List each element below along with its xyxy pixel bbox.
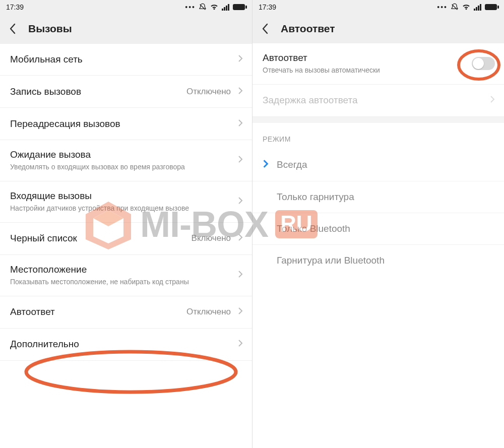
chevron-right-icon bbox=[238, 339, 243, 349]
row-call-waiting[interactable]: Ожидание вызова Уведомлять о входящих вы… bbox=[0, 140, 252, 181]
battery-icon bbox=[485, 4, 499, 11]
mode-bluetooth-only[interactable]: Только Bluetooth bbox=[253, 213, 504, 245]
row-value: Отключено bbox=[186, 87, 231, 97]
check-icon bbox=[263, 159, 271, 171]
chevron-right-icon bbox=[238, 87, 243, 97]
svg-rect-3 bbox=[228, 4, 229, 11]
row-subtitle: Отвечать на вызовы автоматически bbox=[263, 66, 468, 75]
phone-left: 17:39 Вызовы bbox=[0, 0, 252, 448]
row-value: Отключено bbox=[186, 307, 231, 317]
row-label: Черный список bbox=[10, 233, 192, 244]
back-button[interactable] bbox=[259, 22, 272, 35]
mute-icon bbox=[451, 3, 459, 11]
row-additional[interactable]: Дополнительно bbox=[0, 329, 252, 361]
app-bar: Вызовы bbox=[0, 14, 252, 43]
battery-icon bbox=[233, 4, 247, 11]
row-location[interactable]: Местоположение Показывать местоположение… bbox=[0, 255, 252, 296]
signal-icon bbox=[222, 4, 230, 11]
row-label: Дополнительно bbox=[10, 339, 238, 350]
mode-label: Только Bluetooth bbox=[277, 223, 350, 234]
row-label: Ожидание вызова bbox=[10, 149, 238, 160]
svg-rect-8 bbox=[478, 6, 479, 11]
row-mobile-network[interactable]: Мобильная сеть bbox=[0, 43, 252, 76]
row-blacklist[interactable]: Черный список Включено bbox=[0, 223, 252, 255]
svg-rect-6 bbox=[474, 9, 475, 11]
more-icon bbox=[185, 3, 196, 11]
page-title: Вызовы bbox=[28, 23, 72, 35]
chevron-right-icon bbox=[238, 307, 243, 317]
mode-headset-or-bluetooth[interactable]: Гарнитура или Bluetooth bbox=[253, 245, 504, 276]
row-label: Запись вызовов bbox=[10, 86, 186, 97]
status-icons bbox=[437, 3, 499, 11]
chevron-right-icon bbox=[238, 54, 243, 65]
status-time: 17:39 bbox=[259, 3, 276, 11]
svg-rect-2 bbox=[226, 6, 227, 11]
section-spacer bbox=[253, 117, 504, 123]
signal-icon bbox=[474, 4, 482, 11]
wifi-icon bbox=[462, 4, 471, 11]
chevron-right-icon bbox=[490, 95, 495, 105]
mode-label: Всегда bbox=[277, 159, 307, 170]
mode-label: Только гарнитура bbox=[277, 191, 354, 203]
status-bar: 17:39 bbox=[253, 0, 504, 14]
chevron-right-icon bbox=[238, 155, 243, 165]
row-auto-answer-toggle[interactable]: Автоответ Отвечать на вызовы автоматичес… bbox=[253, 43, 504, 85]
row-label: Местоположение bbox=[10, 264, 238, 275]
row-label: Автоответ bbox=[263, 52, 468, 63]
chevron-right-icon bbox=[238, 197, 243, 207]
phone-right: 17:39 Автоответ bbox=[252, 0, 504, 448]
svg-rect-0 bbox=[222, 9, 223, 11]
row-subtitle: Настройки датчиков устройства при входящ… bbox=[10, 204, 238, 213]
toggle-switch[interactable] bbox=[472, 57, 495, 70]
svg-rect-9 bbox=[480, 4, 481, 11]
row-label: Входящие вызовы bbox=[10, 190, 238, 202]
row-call-forwarding[interactable]: Переадресация вызовов bbox=[0, 108, 252, 140]
mute-icon bbox=[199, 3, 207, 11]
section-header-mode: РЕЖИМ bbox=[253, 123, 504, 149]
page-title: Автоответ bbox=[281, 23, 335, 35]
mode-label: Гарнитура или Bluetooth bbox=[277, 255, 385, 266]
status-time: 17:39 bbox=[6, 3, 24, 11]
back-button[interactable] bbox=[6, 22, 19, 35]
more-icon bbox=[437, 3, 448, 11]
settings-list: Мобильная сеть Запись вызовов Отключено … bbox=[0, 43, 252, 448]
row-incoming-calls[interactable]: Входящие вызовы Настройки датчиков устро… bbox=[0, 181, 252, 223]
status-bar: 17:39 bbox=[0, 0, 252, 14]
svg-rect-1 bbox=[224, 7, 225, 11]
row-label: Задержка автоответа bbox=[263, 95, 490, 106]
auto-answer-content: Автоответ Отвечать на вызовы автоматичес… bbox=[253, 43, 504, 448]
mode-always[interactable]: Всегда bbox=[253, 149, 504, 181]
mode-headset-only[interactable]: Только гарнитура bbox=[253, 181, 504, 213]
row-label: Автоответ bbox=[10, 306, 186, 317]
row-auto-answer[interactable]: Автоответ Отключено bbox=[0, 296, 252, 329]
chevron-right-icon bbox=[238, 119, 243, 129]
chevron-right-icon bbox=[238, 233, 243, 243]
row-call-recording[interactable]: Запись вызовов Отключено bbox=[0, 76, 252, 108]
row-subtitle: Показывать местоположение, не набирать к… bbox=[10, 277, 238, 287]
wifi-icon bbox=[210, 4, 219, 11]
svg-rect-5 bbox=[245, 6, 247, 9]
svg-rect-10 bbox=[485, 4, 497, 10]
app-bar: Автоответ bbox=[253, 14, 504, 43]
row-label: Переадресация вызовов bbox=[10, 118, 238, 130]
svg-rect-11 bbox=[497, 6, 499, 9]
chevron-right-icon bbox=[238, 270, 243, 280]
row-value: Включено bbox=[192, 233, 231, 243]
row-subtitle: Уведомлять о входящих вызовах во время р… bbox=[10, 162, 238, 172]
status-icons bbox=[185, 3, 247, 11]
svg-rect-7 bbox=[476, 7, 477, 11]
svg-rect-4 bbox=[233, 4, 245, 10]
row-auto-answer-delay: Задержка автоответа bbox=[253, 85, 504, 117]
row-label: Мобильная сеть bbox=[10, 54, 238, 65]
